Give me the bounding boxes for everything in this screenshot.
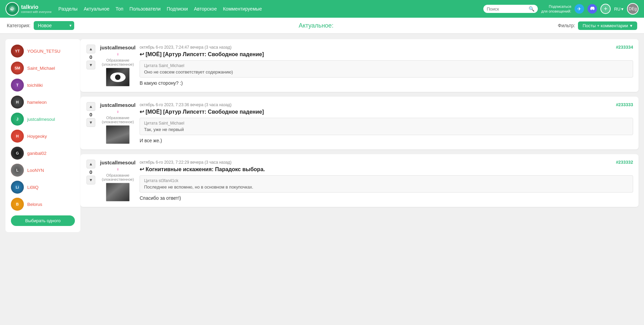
filter-value: Посты + комментарии xyxy=(583,23,628,28)
logo-text: talkvio connect with everyone xyxy=(21,4,52,14)
nav-actual[interactable]: Актуальное xyxy=(84,6,110,12)
post-header-0: октябрь 6-го 2023, 7:24:47 вечера (3 час… xyxy=(140,45,633,50)
post-author-2[interactable]: justcallmesoul xyxy=(100,160,135,165)
nav-users[interactable]: Пользователи xyxy=(129,6,160,12)
avatar-saint-michael: SM xyxy=(11,62,24,75)
post-preview-col-0: justcallmesoul ♀ Образование(злокачестве… xyxy=(100,45,135,86)
sidebar-item-hameleon[interactable]: H hameleon xyxy=(5,94,80,111)
search-box[interactable]: 🔍 xyxy=(483,5,538,13)
vote-count-2: 0 xyxy=(90,169,92,175)
avatar-belorus: B xyxy=(11,198,24,211)
username-hameleon: hameleon xyxy=(27,100,47,105)
username-li0liq: Li0liQ xyxy=(27,185,38,190)
post-timestamp-0: октябрь 6-го 2023, 7:24:47 вечера (3 час… xyxy=(140,45,231,50)
create-post-button[interactable]: + xyxy=(600,4,611,14)
avatar-toichiliki: T xyxy=(11,79,24,92)
vote-down-1[interactable]: ▼ xyxy=(86,118,95,127)
post-preview-col-2: justcallmesoul ♀ Образование(злокачестве… xyxy=(100,160,135,201)
category-select-wrap[interactable]: Новое Популярное Горячее xyxy=(34,21,74,30)
user-avatar[interactable]: DEg xyxy=(627,3,639,15)
post-category-1: Образование(злокачественное) xyxy=(102,116,134,124)
vote-col-2: ▲ 0 ▼ xyxy=(86,160,96,201)
sidebar: YT YOGUN_TETSU SM Saint_Michael T toichi… xyxy=(5,39,80,235)
avatar-justcallmesoul: J xyxy=(11,113,24,126)
post-author-1[interactable]: justcallmesoul xyxy=(100,102,135,108)
post-text-0: В какую сторону? :) xyxy=(140,80,633,86)
username-toichiliki: toichiliki xyxy=(27,83,43,88)
nav-subscriptions[interactable]: Подписки xyxy=(167,6,188,12)
nav-top[interactable]: Топ xyxy=(116,6,124,12)
username-yogun-tetsu: YOGUN_TETSU xyxy=(27,49,61,54)
sidebar-item-yogun-tetsu[interactable]: YT YOGUN_TETSU xyxy=(5,43,80,60)
nav-sections[interactable]: Разделы xyxy=(59,6,78,12)
post-id-1[interactable]: #233333 xyxy=(616,102,633,107)
username-saint-michael: Saint_Michael xyxy=(27,66,55,71)
post-gender-1: ♀ xyxy=(116,109,119,114)
post-title-1[interactable]: ↩ [МОЁ] [Артур Липсетт: Свободное падени… xyxy=(140,109,633,115)
post-text-2: Спасибо за ответ!) xyxy=(140,195,633,201)
post-id-0[interactable]: #233334 xyxy=(616,45,633,50)
sidebar-item-hoygeoky[interactable]: H Hoygeoky xyxy=(5,128,80,145)
discord-icon[interactable] xyxy=(587,4,597,14)
avatar-ganibal02: G xyxy=(11,147,24,160)
post-body-1: октябрь 6-го 2023, 7:23:36 вечера (3 час… xyxy=(140,102,633,144)
category-select[interactable]: Новое Популярное Горячее xyxy=(34,21,74,30)
post-author-0[interactable]: justcallmesoul xyxy=(100,45,135,50)
sidebar-item-toichiliki[interactable]: T toichiliki xyxy=(5,77,80,94)
svg-text:tv: tv xyxy=(10,8,13,11)
post-title-0[interactable]: ↩ [МОЁ] [Артур Липсетт: Свободное падени… xyxy=(140,51,633,58)
post-body-0: октябрь 6-го 2023, 7:24:47 вечера (3 час… xyxy=(140,45,633,86)
thumb-image-2 xyxy=(106,183,129,201)
search-input[interactable] xyxy=(487,6,527,12)
pick-one-button[interactable]: Выбирать одного xyxy=(11,215,75,226)
sidebar-users-card: YT YOGUN_TETSU SM Saint_Michael T toichi… xyxy=(5,39,80,232)
vote-col-1: ▲ 0 ▼ xyxy=(86,102,96,144)
quote-text-0: Оно не совсем соответствует содержанию) xyxy=(144,69,629,75)
nav-commented[interactable]: Комментируемые xyxy=(223,6,262,12)
vote-up-2[interactable]: ▲ xyxy=(86,160,95,168)
logo-icon: tv xyxy=(5,2,19,16)
page-title: Актуальное: xyxy=(78,22,554,29)
username-ganibal02: ganibal02 xyxy=(27,151,46,156)
filter-chevron-icon: ▾ xyxy=(630,23,632,28)
avatar-hoygeoky: H xyxy=(11,130,24,143)
vote-down-2[interactable]: ▼ xyxy=(86,176,95,184)
post-category-2: Образование(злокачественное) xyxy=(102,173,134,181)
post-timestamp-1: октябрь 6-го 2023, 7:23:36 вечера (3 час… xyxy=(140,102,231,107)
username-loonyn: LooNYN xyxy=(27,168,44,173)
filter-button[interactable]: Посты + комментарии ▾ xyxy=(578,21,637,30)
post-gender-0: ♀ xyxy=(116,52,119,57)
language-selector[interactable]: RU ▾ xyxy=(614,6,624,12)
quote-block-0: Цитата Saint_Michael Оно не совсем соотв… xyxy=(140,60,633,78)
post-header-1: октябрь 6-го 2023, 7:23:36 вечера (3 час… xyxy=(140,102,633,107)
filter-label: Фильтр: xyxy=(558,23,575,28)
post-thumbnail-1[interactable] xyxy=(106,125,130,144)
quote-block-2: Цитата st3fan41ck Последнее не вспомню, … xyxy=(140,175,633,193)
subscribe-button[interactable]: Подписатьсядля оповещений: xyxy=(541,4,571,14)
thumb-image-0 xyxy=(106,68,129,86)
avatar-yogun-tetsu: YT xyxy=(11,45,24,58)
vote-up-0[interactable]: ▲ xyxy=(86,45,95,53)
vote-up-1[interactable]: ▲ xyxy=(86,102,95,111)
sidebar-item-justcallmesoul[interactable]: J justcallmesoul xyxy=(5,111,80,128)
username-belorus: Belorus xyxy=(27,202,42,207)
nav-authored[interactable]: Авторское xyxy=(194,6,217,12)
sidebar-item-ganibal02[interactable]: G ganibal02 xyxy=(5,145,80,162)
vote-down-0[interactable]: ▼ xyxy=(86,61,95,69)
post-thumbnail-0[interactable] xyxy=(106,68,130,86)
logo[interactable]: tv talkvio connect with everyone xyxy=(5,2,52,16)
main-nav: Разделы Актуальное Топ Пользователи Подп… xyxy=(59,6,477,12)
post-card-2: ▲ 0 ▼ justcallmesoul ♀ Образование(злока… xyxy=(80,154,639,207)
post-id-2[interactable]: #233332 xyxy=(616,160,633,165)
sidebar-item-belorus[interactable]: B Belorus xyxy=(5,196,80,213)
avatar-loonyn: L xyxy=(11,164,24,177)
post-thumbnail-2[interactable] xyxy=(106,183,130,201)
telegram-icon[interactable]: ✈ xyxy=(575,4,584,14)
vote-col-0: ▲ 0 ▼ xyxy=(86,45,96,86)
username-justcallmesoul: justcallmesoul xyxy=(27,117,55,122)
category-bar: Категория: Новое Популярное Горячее Акту… xyxy=(0,18,644,34)
sidebar-item-li0liq[interactable]: Li Li0liQ xyxy=(5,179,80,196)
sidebar-item-saint-michael[interactable]: SM Saint_Michael xyxy=(5,60,80,77)
sidebar-item-loonyn[interactable]: L LooNYN xyxy=(5,162,80,179)
post-title-2[interactable]: ↩ Когнитивные искажения: Парадокс выбора… xyxy=(140,166,633,173)
